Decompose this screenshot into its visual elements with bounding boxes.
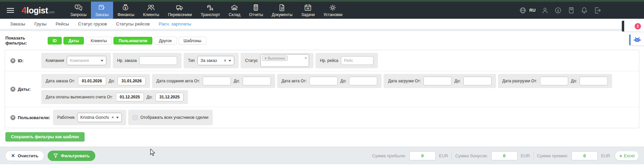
company-label: Компания (46, 58, 64, 63)
invoice-payment-date-to-input[interactable] (155, 93, 184, 101)
nav-item-carriers[interactable]: Перевозчики (163, 2, 196, 19)
notification-count-badge: 2 (635, 23, 641, 29)
people-icon (147, 4, 155, 12)
close-dates-filter-icon[interactable]: ✕ (10, 87, 15, 92)
warehouse-icon (231, 4, 239, 12)
type-select-value: За заказ (200, 58, 221, 63)
subnav-tab-cargo[interactable]: Грузы (34, 21, 47, 26)
subnav-tab-trips[interactable]: Рейсы (56, 21, 69, 26)
subnav-tab-trip-statuses[interactable]: Статусы рейсов (116, 21, 150, 26)
dollar-icon[interactable]: $ (554, 7, 562, 14)
close-users-filter-icon[interactable]: ✕ (10, 115, 15, 120)
order-no-label: Нр. заказа (117, 58, 137, 63)
nav-item-documents[interactable]: Документы (267, 2, 297, 19)
profit-sum-value[interactable] (409, 151, 436, 160)
calculator-icon (252, 4, 260, 12)
subnav-tab-orders[interactable]: Заказы (10, 21, 25, 26)
manual-icon[interactable] (567, 7, 575, 14)
premium-sum-value[interactable] (572, 151, 598, 160)
divider (451, 151, 452, 160)
chat-bot-side-widget[interactable] (629, 34, 644, 45)
language-selector[interactable]: RU (529, 8, 536, 13)
footer-bar: ✕ Очистить Фильтровать Сумма прибыли: EU… (0, 147, 644, 164)
order-no-input[interactable] (139, 56, 177, 65)
date-from-label: Дата акта От: (282, 79, 307, 83)
date-to-label: До: (234, 79, 240, 83)
filter-chip-users[interactable]: Пользователи (113, 37, 152, 45)
nav-label: Задачи (301, 12, 315, 17)
topbar-right: RU $ (519, 7, 601, 14)
show-filters-label: Показать фильтры: (5, 35, 48, 46)
divider (533, 151, 534, 160)
clear-employee-icon[interactable]: × (111, 115, 114, 119)
filter-chip-other[interactable]: Другое (154, 37, 177, 45)
filter-chip-templates[interactable]: Шаблоны (179, 37, 206, 45)
order-date-from-input[interactable] (78, 77, 106, 85)
employee-select[interactable]: Kristina Goncha... × (77, 113, 122, 122)
nav-item-requests[interactable]: ? Запросы (66, 2, 91, 19)
clear-button[interactable]: ✕ Очистить (5, 151, 44, 161)
globe-icon[interactable] (519, 7, 527, 14)
filter-chip-clients[interactable]: Клиенты (86, 37, 112, 45)
show-all-participants-checkbox[interactable] (133, 115, 138, 120)
nav-item-transport[interactable]: Транспорт (196, 2, 225, 19)
status-multiselect[interactable]: ×Выполнен × (260, 54, 309, 67)
subnav: Заказы Грузы Рейсы Статус грузов Статусы… (0, 19, 644, 29)
loading-date-to-input[interactable] (463, 77, 492, 85)
filters-toggle-row: Показать фильтры: ID Даты Клиенты Пользо… (0, 31, 644, 49)
svg-text:?: ? (77, 5, 78, 8)
notifications-side-widget[interactable]: 2 (622, 21, 644, 31)
funnel-icon (53, 153, 58, 158)
nav-item-clients[interactable]: Клиенты (139, 2, 163, 19)
svg-text:05: 05 (306, 7, 309, 10)
date-from-label: Дата заказа От: (46, 79, 75, 83)
trip-no-input[interactable] (341, 56, 374, 65)
chevron-down-icon (101, 60, 103, 62)
nav-item-settings[interactable]: Установки (319, 2, 347, 19)
users-filter-row: ✕ Пользователи: Работник Kristina Goncha… (5, 107, 639, 128)
excel-export-button[interactable]: + Excel (615, 151, 639, 161)
date-from-label: Дата оплаты выписанного счета От: (46, 95, 113, 99)
act-creation-date-from-input[interactable] (203, 77, 231, 85)
user-icon[interactable] (541, 7, 549, 14)
act-creation-date-to-input[interactable] (243, 77, 271, 85)
clear-type-icon[interactable]: × (224, 59, 226, 63)
bonus-sum-value[interactable] (491, 151, 517, 160)
nav-item-warehouse[interactable]: Склад (225, 2, 245, 19)
nav-item-orders[interactable]: Заказы (91, 2, 113, 19)
date-to-label: До: (340, 79, 346, 83)
logout-icon[interactable] (594, 7, 601, 14)
nav-item-reports[interactable]: Отчеты (245, 2, 267, 19)
status-tag: ×Выполнен (262, 56, 287, 61)
menu-icon[interactable] (7, 8, 14, 13)
unloading-date-from-input[interactable] (540, 77, 568, 85)
employee-select-value: Kristina Goncha... (80, 115, 109, 120)
filter-chip-dates[interactable]: Даты (63, 37, 84, 45)
type-select[interactable]: За заказ × (197, 56, 234, 65)
save-filters-template-button[interactable]: Сохранить фильтры как шаблон (5, 132, 85, 142)
subnav-tab-cargo-status[interactable]: Статус грузов (78, 21, 107, 26)
nav-item-finances[interactable]: $ Финансы (113, 2, 139, 19)
filter-button[interactable]: Фильтровать (48, 151, 95, 161)
loading-date-from-input[interactable] (424, 77, 452, 85)
clear-status-icon[interactable]: × (305, 56, 307, 60)
nav-item-tasks[interactable]: 05 Задачи (297, 2, 319, 19)
logo[interactable]: 4logist.com (21, 5, 54, 16)
trip-no-label: Нр. рейса (320, 58, 338, 63)
company-select[interactable]: Компания (67, 56, 106, 65)
gear-icon (329, 4, 337, 12)
profit-sum-label: Сумма прибыли: (372, 153, 406, 158)
invoice-payment-date-from-input[interactable] (116, 93, 144, 101)
filter-chip-id[interactable]: ID (48, 37, 62, 45)
act-date-from-input[interactable] (309, 77, 338, 85)
order-date-group: Дата заказа От: До: (41, 74, 150, 88)
act-date-to-input[interactable] (349, 77, 377, 85)
order-date-to-input[interactable] (117, 77, 146, 85)
trip-no-filter-group: Нр. рейса (315, 53, 378, 68)
unloading-date-to-input[interactable] (580, 77, 608, 85)
cars-icon (206, 4, 214, 12)
subnav-tab-salary-calc[interactable]: Расч. зарплаты (159, 21, 191, 26)
bell-icon[interactable] (581, 7, 588, 14)
remove-status-tag-icon[interactable]: × (264, 56, 266, 60)
close-id-filter-icon[interactable]: ✕ (10, 58, 15, 63)
